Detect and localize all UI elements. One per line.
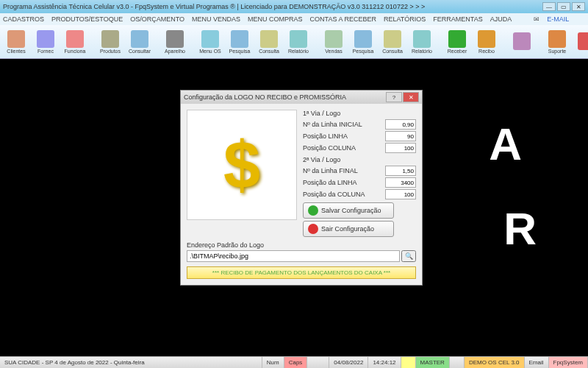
toolbar-button-receber[interactable]: Receber xyxy=(444,30,470,54)
toolbar-button-pesquisa[interactable]: Pesquisa xyxy=(226,30,253,54)
toolbar-button-menu os[interactable]: Menu OS xyxy=(197,30,223,54)
toolbar-icon xyxy=(384,30,401,48)
toolbar-button-vendas[interactable]: Vendas xyxy=(320,30,347,54)
toolbar-icon xyxy=(548,30,566,48)
toolbar-button-clientes[interactable]: Clientes xyxy=(3,30,29,54)
toolbar-button-consulta[interactable]: Consulta xyxy=(256,30,282,54)
window-titlebar: Programa Assistência Técnica Celular v3.… xyxy=(0,0,588,13)
toolbar-icon xyxy=(413,30,431,48)
pos-coluna2-input[interactable] xyxy=(385,189,416,199)
toolbar-button-recibo[interactable]: Recibo xyxy=(473,30,500,54)
toolbar-icon xyxy=(290,30,307,48)
toolbar-icon xyxy=(325,30,343,48)
field-label: Posição da COLUNA xyxy=(303,191,365,198)
toolbar-icon xyxy=(354,30,372,48)
toolbar-icon xyxy=(66,30,84,48)
toolbar-button-funciona[interactable]: Funciona xyxy=(62,30,88,54)
toolbar-icon xyxy=(166,30,184,48)
toolbar-button-consulta[interactable]: Consulta xyxy=(379,30,406,54)
linha-final-input[interactable] xyxy=(385,166,416,176)
status-num: Num xyxy=(262,357,284,368)
field-label: Posição da LINHA xyxy=(303,179,357,186)
toolbar-icon xyxy=(578,32,588,50)
menubar: CADASTROS PRODUTOS/ESTOQUE OS/ORÇAMENTO … xyxy=(0,13,588,25)
toolbar-icon xyxy=(131,30,148,48)
exit-icon xyxy=(308,224,318,234)
dialog-titlebar: Configuração da LOGO NO RECIBO e PROMISS… xyxy=(181,91,422,104)
toolbar-icon xyxy=(448,30,466,48)
save-config-button[interactable]: Salvar Configuração xyxy=(303,202,394,219)
menu-item[interactable]: MENU COMPRAS xyxy=(248,15,303,23)
menu-item[interactable]: PRODUTOS/ESTOQUE xyxy=(51,15,123,23)
window-title: Programa Assistência Técnica Celular v3.… xyxy=(3,3,425,10)
toolbar-button-icon[interactable] xyxy=(573,32,588,51)
toolbar-icon xyxy=(101,30,119,48)
status-time: 14:24:12 xyxy=(368,357,401,368)
toolbar-button-icon[interactable] xyxy=(509,32,535,51)
check-icon xyxy=(308,205,318,216)
toolbar-button-aparelho[interactable]: Aparelho xyxy=(162,30,188,54)
toolbar-button-produtos[interactable]: Produtos xyxy=(97,30,123,54)
status-city: SUA CIDADE - SP 4 de Agosto de 2022 - Qu… xyxy=(0,357,262,368)
path-label: Endereço Padrão do Logo xyxy=(187,241,416,249)
email-link[interactable]: E-MAIL xyxy=(547,15,569,23)
brand-fragment: R xyxy=(503,202,537,255)
close-button[interactable]: ✕ xyxy=(572,2,585,11)
config-dialog: Configuração da LOGO NO RECIBO e PROMISS… xyxy=(180,90,423,286)
toolbar-button-consultar[interactable]: Consultar xyxy=(126,30,153,54)
menu-item[interactable]: OS/ORÇAMENTO xyxy=(130,15,184,23)
maximize-button[interactable]: ▭ xyxy=(557,2,570,11)
menu-item[interactable]: RELATÓRIOS xyxy=(384,15,426,23)
toolbar-icon xyxy=(37,30,54,48)
toolbar-button-suporte[interactable]: Suporte xyxy=(544,30,570,54)
menu-item[interactable]: CADASTROS xyxy=(3,15,44,23)
dollar-icon: $ xyxy=(223,127,260,203)
via1-header: 1ª Via / Logo xyxy=(303,110,416,117)
toolbar-button-relatório[interactable]: Relatório xyxy=(409,30,435,54)
toolbar-icon xyxy=(7,30,25,48)
pos-linha-input[interactable] xyxy=(385,131,416,141)
menu-item[interactable]: MENU VENDAS xyxy=(192,15,240,23)
status-caps: Caps xyxy=(284,357,308,368)
main-area: ASSISTÊNCIA TÉCNICA ESPECIALIZADA A R Co… xyxy=(0,59,588,356)
toolbar-icon xyxy=(478,30,495,48)
minimize-button[interactable]: — xyxy=(542,2,556,11)
menu-item[interactable]: FERRAMENTAS xyxy=(433,15,482,23)
browse-button[interactable]: 🔍 xyxy=(401,250,416,262)
dialog-title: Configuração da LOGO NO RECIBO e PROMISS… xyxy=(184,93,346,101)
logo-path-input[interactable] xyxy=(187,250,400,262)
toolbar-button-pesquisa[interactable]: Pesquisa xyxy=(350,30,376,54)
toolbar-icon xyxy=(513,32,531,50)
exit-config-button[interactable]: Sair Configuração xyxy=(303,221,394,237)
toolbar-icon xyxy=(231,30,248,48)
menu-item[interactable]: CONTAS A RECEBER xyxy=(310,15,376,23)
via2-header: 2ª Via / Logo xyxy=(303,156,416,163)
window-controls: — ▭ ✕ xyxy=(542,2,585,11)
brand-fragment: A xyxy=(489,118,522,170)
toolbar: ClientesFornecFuncionaProdutosConsultarA… xyxy=(0,25,588,59)
status-date: 04/08/2022 xyxy=(329,357,368,368)
pos-linha2-input[interactable] xyxy=(385,177,416,188)
statusbar: SUA CIDADE - SP 4 de Agosto de 2022 - Qu… xyxy=(0,356,588,368)
toolbar-icon xyxy=(201,30,219,48)
status-master: MASTER xyxy=(416,357,450,368)
dialog-close-button[interactable]: ✕ xyxy=(403,92,419,102)
pos-coluna-input[interactable] xyxy=(385,143,416,153)
toolbar-button-fornec[interactable]: Fornec xyxy=(32,30,59,54)
toolbar-button-relatório[interactable]: Relatório xyxy=(285,30,312,54)
toolbar-icon xyxy=(260,30,278,48)
field-label: Nº da Linha INICIAL xyxy=(303,121,362,128)
menu-item[interactable]: AJUDA xyxy=(490,15,512,23)
dialog-banner: *** RECIBO DE PAGAMENTO DOS LANÇAMENTOS … xyxy=(187,266,416,279)
status-demo: DEMO OS CEL 3.0 xyxy=(465,357,525,368)
field-label: Posição LINHA xyxy=(303,132,348,140)
field-label: Nº da Linha FINAL xyxy=(303,167,358,174)
dialog-help-button[interactable]: ? xyxy=(386,92,402,102)
field-label: Posição COLUNA xyxy=(303,144,356,152)
status-fpq[interactable]: FpqSystem xyxy=(549,357,588,368)
status-email[interactable]: Email xyxy=(525,357,549,368)
linha-inicial-input[interactable] xyxy=(385,119,416,130)
logo-preview: $ xyxy=(187,110,297,220)
